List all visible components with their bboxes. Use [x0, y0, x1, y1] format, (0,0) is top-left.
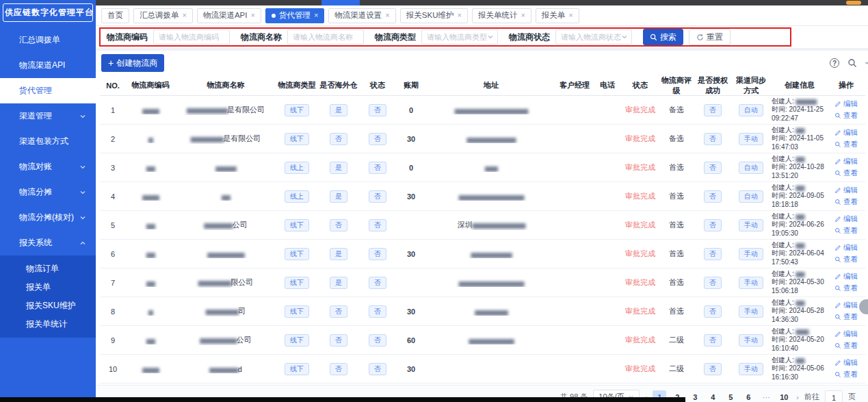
header-cell: 操作 [829, 80, 863, 90]
edit-link[interactable]: 编辑 [834, 186, 858, 195]
logistics-status-select[interactable]: 请输入物流商状态 [555, 29, 632, 45]
tab-home[interactable]: 首页 [101, 8, 129, 23]
page-button-5[interactable]: 5 [724, 390, 737, 402]
provider-code: ▆▆▆▆ [126, 192, 175, 201]
tab-logistics-channel-settings[interactable]: 物流渠道设置× [328, 8, 395, 23]
payment-days: 30 [395, 307, 427, 316]
redacted-text: ▆ [148, 309, 153, 316]
edit-link[interactable]: 编辑 [834, 272, 858, 281]
tab-customs-declaration-stats[interactable]: 报关单统计× [472, 8, 531, 23]
status-flag: 否 [360, 133, 395, 145]
sidebar-subitem-customs-sku-maintenance[interactable]: 报关SKU维护 [0, 297, 96, 315]
status-badge: 线下 [285, 277, 309, 289]
close-icon[interactable]: × [568, 12, 573, 19]
tab-summary-transfer-order[interactable]: 汇总调拨单× [133, 8, 193, 23]
logistics-type-select[interactable]: 请输入物流商类型 [421, 29, 498, 45]
row-index: 1 [100, 106, 126, 114]
tab-bar: 首页汇总调拨单×物流渠道API×货代管理×物流渠道设置×报关SKU维护×报关单统… [96, 5, 868, 26]
tab-customs-sku-maintenance[interactable]: 报关SKU维护× [400, 8, 468, 23]
tab-forwarder-management[interactable]: 货代管理× [265, 8, 324, 23]
view-link[interactable]: 查看 [834, 111, 858, 121]
edit-link[interactable]: 编辑 [834, 329, 858, 339]
create-time-line: 时间: 2024-05-06 16:16:30 [772, 364, 828, 381]
edit-link[interactable]: 编辑 [834, 301, 858, 310]
sidebar-item-logistics-allocation[interactable]: 物流分摊 [0, 179, 96, 205]
sidebar-item-channel-packaging[interactable]: 渠道包装方式 [0, 129, 96, 154]
sidebar-item-logistics-channel-api[interactable]: 物流渠道API [0, 53, 96, 78]
authorized-flag: 否 [694, 248, 732, 260]
status-badge: 线下 [285, 305, 309, 318]
chevron-up-icon [79, 240, 86, 247]
redacted-text: ▆▆▆▆▆▆▆▆▆▆ [471, 251, 511, 258]
create-logistics-provider-button[interactable]: + 创建物流商 [101, 54, 164, 72]
help-icon[interactable]: ? [830, 58, 839, 68]
search-button[interactable]: 搜索 [643, 29, 683, 45]
close-icon[interactable]: × [521, 12, 525, 19]
sidebar-item-logistics-reconciliation[interactable]: 物流对账 [0, 154, 96, 179]
filter-label: 物流商编码 [107, 32, 148, 43]
close-icon[interactable]: × [457, 12, 461, 19]
sidebar-item-logistics-allocation-check[interactable]: 物流分摊(核对) [0, 205, 96, 230]
view-link[interactable]: 查看 [834, 140, 858, 149]
sidebar-subitem-customs-declaration[interactable]: 报关单 [0, 278, 96, 297]
sidebar-item-customs-system[interactable]: 报关系统 [0, 230, 96, 255]
close-icon[interactable]: × [183, 12, 187, 19]
redacted-text: ▆▆ [796, 155, 804, 162]
edit-link[interactable]: 编辑 [834, 243, 858, 253]
next-page-button[interactable]: › [796, 393, 799, 401]
edit-link[interactable]: 编辑 [834, 214, 858, 224]
logistics-code-input[interactable]: 请输入物流商编码 [153, 29, 230, 45]
view-link[interactable]: 查看 [834, 370, 858, 379]
sidebar-subitem-logistics-order[interactable]: 物流订单 [0, 260, 96, 278]
status-badge: 否 [704, 305, 722, 318]
view-link[interactable]: 查看 [834, 284, 858, 293]
status-badge: 是 [330, 190, 347, 203]
settings-icon[interactable] [865, 58, 868, 68]
tab-label: 货代管理 [279, 10, 311, 21]
view-link[interactable]: 查看 [834, 168, 858, 178]
page-button-10[interactable]: 10 [777, 390, 791, 402]
sidebar-subitem-customs-declaration-stats[interactable]: 报关单统计 [0, 315, 96, 334]
edit-link[interactable]: 编辑 [834, 128, 858, 138]
goto-page-input[interactable]: 1 [825, 390, 843, 402]
overseas-warehouse: 否 [317, 363, 360, 375]
name-suffix: 是有限公司 [227, 105, 265, 114]
status-badge: 线下 [285, 219, 309, 231]
sidebar-item-summary-transfer-order[interactable]: 汇总调拨单 [0, 27, 96, 53]
creator-line: 创建人: ▆▆ [772, 270, 828, 279]
sidebar-item-forwarder-management[interactable]: 货代管理 [0, 78, 96, 103]
header-cell: 物流商类型 [276, 80, 317, 90]
tab-customs-declaration[interactable]: 报关单× [536, 8, 579, 23]
redacted-text: ▆▆ [146, 280, 155, 287]
view-link[interactable]: 查看 [834, 341, 858, 351]
close-icon[interactable]: × [314, 12, 318, 19]
close-icon[interactable]: × [385, 12, 389, 19]
active-dot-icon [272, 14, 276, 18]
edit-link[interactable]: 编辑 [834, 157, 858, 166]
redacted-text: ▆▆ [146, 338, 155, 344]
reset-button[interactable]: 重置 [689, 29, 731, 45]
approval-status-text: 审批完成 [625, 307, 655, 315]
view-link[interactable]: 查看 [834, 197, 858, 207]
content-card: + 创建物流商 ? NO.物流商编码物流商名称物流商类型是否海外仓状态账期地址客… [96, 51, 868, 402]
view-link[interactable]: 查看 [834, 312, 858, 322]
view-link[interactable]: 查看 [834, 226, 858, 236]
view-link[interactable]: 查看 [834, 255, 858, 264]
overseas-warehouse: 否 [317, 305, 360, 318]
edit-label: 编辑 [843, 301, 858, 310]
page-button-3[interactable]: 3 [688, 390, 702, 402]
magnifier-icon [834, 112, 841, 119]
edit-link[interactable]: 编辑 [834, 358, 858, 368]
redacted-text: ▆▆ [146, 223, 155, 229]
edit-link[interactable]: 编辑 [834, 99, 858, 109]
tab-logistics-channel-api[interactable]: 物流渠道API× [197, 8, 261, 23]
table-search-icon[interactable] [847, 58, 857, 68]
sidebar-item-channel-management[interactable]: 渠道管理 [0, 103, 96, 129]
page-button-6[interactable]: 6 [741, 390, 755, 402]
page-button-4[interactable]: 4 [706, 390, 720, 402]
status-badge: 手动 [739, 219, 763, 231]
logistics-name-input[interactable]: 请输入物流商名称 [287, 29, 364, 45]
overseas-warehouse: 否 [317, 219, 360, 231]
table-row: 6▆▆▆▆▆▆▆▆▆▆▆线下是否30▆▆▆▆▆▆▆▆▆▆审批完成首选否手动创建人… [100, 240, 865, 268]
close-icon[interactable]: × [250, 12, 254, 19]
